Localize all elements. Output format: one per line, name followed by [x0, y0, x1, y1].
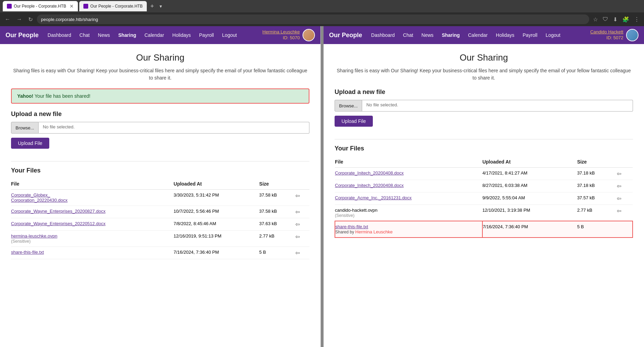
left-nav-holidays[interactable]: Holidays — [169, 30, 194, 41]
right-browse-button[interactable]: Browse... — [335, 100, 362, 112]
right-upload-button[interactable]: Upload File — [335, 116, 373, 127]
right-avatar — [626, 29, 638, 41]
share-icon-4[interactable]: ⇦ — [295, 234, 300, 240]
right-nav-news[interactable]: News — [418, 30, 437, 41]
left-alert-bold: Yahoo! — [17, 93, 33, 99]
tab-favicon-2 — [83, 4, 88, 9]
right-nav-calendar[interactable]: Calendar — [464, 30, 491, 41]
right-username-link[interactable]: Candido Hackett — [590, 29, 623, 34]
share-icon-5[interactable]: ⇦ — [295, 250, 300, 256]
left-divider — [11, 161, 309, 161]
right-nav-holidays[interactable]: Holidays — [492, 30, 518, 41]
right-share-icon-2[interactable]: ⇦ — [617, 183, 621, 189]
table-row: Corporate_Acme_Inc._20161231.docx 9/9/20… — [335, 192, 633, 205]
left-avatar-image — [303, 30, 314, 41]
right-page-title: Our Sharing — [335, 52, 633, 63]
left-file-link-4[interactable]: hermina-leuschke.ovpn — [11, 233, 57, 239]
share-icon-1[interactable]: ⇦ — [295, 193, 300, 199]
left-file-cell-5: share-this-file.txt — [11, 247, 174, 259]
right-uploaded-3: 9/9/2022, 5:55:04 AM — [482, 192, 577, 205]
left-uploaded-3: 7/8/2022, 8:45:46 AM — [174, 218, 259, 231]
left-nav-news[interactable]: News — [94, 30, 113, 41]
right-table-head: File Uploaded At Size — [335, 156, 633, 168]
right-share-icon-4[interactable]: ⇦ — [617, 208, 621, 214]
left-navbar-user: Hermina Leuschke ID: 5070 — [263, 29, 315, 41]
left-nav-sharing[interactable]: Sharing — [115, 30, 140, 41]
left-upload-button[interactable]: Upload File — [11, 138, 49, 149]
left-username: Hermina Leuschke ID: 5070 — [263, 29, 300, 41]
left-nav-calendar[interactable]: Calendar — [141, 30, 167, 41]
left-nav-logout[interactable]: Logout — [219, 30, 241, 41]
right-size-2: 37.18 kB — [577, 180, 617, 192]
left-col-size: Size — [259, 178, 295, 190]
left-browse-button[interactable]: Browse... — [11, 122, 39, 134]
right-share-4: ⇦ — [617, 205, 633, 221]
right-file-cell-1: Corporate_Initech_20200408.docx — [335, 168, 482, 180]
tab-overflow-button[interactable]: ▾ — [157, 3, 164, 9]
right-uploaded-5: 7/16/2024, 7:36:40 PM — [482, 221, 577, 238]
browser-tab-1[interactable]: Our People - Corporate.HTB ✕ — [3, 1, 78, 11]
browser-toolbar: ☆ 🛡 ⬇ 🧩 ⋮ — [591, 15, 641, 24]
left-file-link-2[interactable]: Corporate_Wayne_Enterprises_20200827.doc… — [11, 209, 105, 214]
right-uploaded-1: 4/17/2021, 8:41:27 AM — [482, 168, 577, 180]
left-col-uploaded: Uploaded At — [174, 178, 259, 190]
left-uploaded-5: 7/16/2024, 7:36:40 PM — [174, 247, 259, 259]
table-row: Corporate_Wayne_Enterprises_20200827.doc… — [11, 206, 309, 218]
address-input[interactable] — [37, 14, 589, 24]
left-file-link-5[interactable]: share-this-file.txt — [11, 250, 44, 255]
left-file-link-3[interactable]: Corporate_Wayne_Enterprises_20220512.doc… — [11, 221, 105, 226]
share-icon-2[interactable]: ⇦ — [295, 209, 300, 215]
menu-icon[interactable]: ⋮ — [632, 15, 641, 24]
left-username-link[interactable]: Hermina Leuschke — [263, 29, 300, 34]
left-nav-chat[interactable]: Chat — [76, 30, 93, 41]
right-shared-by-name[interactable]: Hermina Leuschke — [355, 229, 392, 234]
right-size-1: 37.18 kB — [577, 168, 617, 180]
right-file-cell-2: Corporate_Initech_20200408.docx — [335, 180, 482, 192]
right-nav-payroll[interactable]: Payroll — [519, 30, 541, 41]
new-tab-button[interactable]: + — [148, 2, 156, 11]
right-size-4: 2.77 kB — [577, 205, 617, 221]
right-file-link-3[interactable]: Corporate_Acme_Inc._20161231.docx — [335, 195, 412, 200]
tab-close-1[interactable]: ✕ — [70, 3, 74, 9]
bookmark-icon[interactable]: ☆ — [591, 15, 600, 24]
right-file-cell-3: Corporate_Acme_Inc._20161231.docx — [335, 192, 482, 205]
extension-icon[interactable]: 🧩 — [621, 15, 631, 24]
right-file-link-1[interactable]: Corporate_Initech_20200408.docx — [335, 170, 403, 176]
right-nav-sharing[interactable]: Sharing — [438, 30, 463, 41]
shield-icon[interactable]: 🛡 — [601, 15, 610, 23]
download-icon[interactable]: ⬇ — [611, 15, 619, 24]
left-page-subtitle: Sharing files is easy with Our Sharing! … — [11, 67, 309, 82]
forward-button[interactable]: → — [14, 15, 24, 24]
right-navbar-brand[interactable]: Our People — [329, 32, 362, 39]
right-nav-dashboard[interactable]: Dashboard — [368, 30, 398, 41]
left-uploaded-4: 12/16/2019, 9:51:13 PM — [174, 231, 259, 247]
right-uploaded-2: 8/27/2021, 6:03:38 AM — [482, 180, 577, 192]
left-navbar-brand[interactable]: Our People — [6, 32, 39, 39]
right-files-heading: Your Files — [335, 145, 633, 152]
right-file-cell-4: candido-hackett.ovpn (Sensitive) — [335, 205, 482, 221]
right-file-link-2[interactable]: Corporate_Initech_20200408.docx — [335, 183, 403, 188]
left-col-file: File — [11, 178, 174, 190]
left-size-2: 37.58 kB — [259, 206, 295, 218]
left-size-4: 2.77 kB — [259, 231, 295, 247]
reload-button[interactable]: ↻ — [26, 15, 35, 24]
right-share-icon-3[interactable]: ⇦ — [617, 196, 621, 201]
left-file-cell-2: Corporate_Wayne_Enterprises_20200827.doc… — [11, 206, 174, 218]
left-nav-dashboard[interactable]: Dashboard — [44, 30, 75, 41]
right-file-name: No file selected. — [362, 100, 633, 112]
left-nav-payroll[interactable]: Payroll — [196, 30, 217, 41]
right-share-icon-1[interactable]: ⇦ — [617, 171, 621, 177]
left-user-id: ID: 5070 — [283, 35, 300, 40]
right-file-link-5[interactable]: share-this-file.txt — [335, 224, 368, 229]
right-nav-logout[interactable]: Logout — [542, 30, 564, 41]
back-button[interactable]: ← — [3, 15, 12, 24]
browser-tab-2[interactable]: Our People - Corporate.HTB — [79, 1, 147, 11]
right-nav-chat[interactable]: Chat — [400, 30, 417, 41]
right-share-1: ⇦ — [617, 168, 633, 180]
left-share-1: ⇦ — [295, 190, 309, 206]
table-row: Corporate_Globex_Corporation_20220430.do… — [11, 190, 309, 206]
left-file-cell-3: Corporate_Wayne_Enterprises_20220512.doc… — [11, 218, 174, 231]
share-icon-3[interactable]: ⇦ — [295, 221, 300, 227]
left-file-link-1[interactable]: Corporate_Globex_Corporation_20220430.do… — [11, 192, 68, 203]
left-share-5: ⇦ — [295, 247, 309, 259]
